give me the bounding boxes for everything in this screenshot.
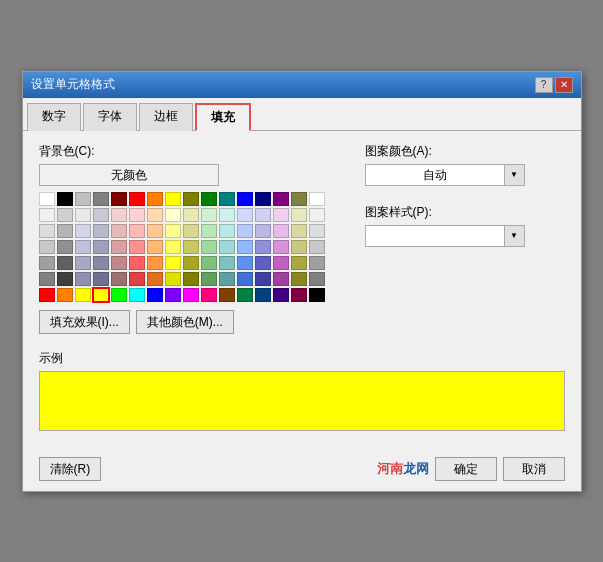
color-cell[interactable] [93, 240, 109, 254]
color-cell[interactable] [237, 272, 253, 286]
color-cell[interactable] [291, 208, 307, 222]
color-cell[interactable] [165, 272, 181, 286]
color-cell[interactable] [309, 256, 325, 270]
color-cell[interactable] [237, 208, 253, 222]
color-cell[interactable] [129, 192, 145, 206]
color-cell[interactable] [111, 224, 127, 238]
color-cell[interactable] [57, 256, 73, 270]
color-cell[interactable] [93, 208, 109, 222]
color-cell[interactable] [219, 224, 235, 238]
color-cell[interactable] [201, 208, 217, 222]
color-cell[interactable] [255, 224, 271, 238]
fill-effect-button[interactable]: 填充效果(I)... [39, 310, 130, 334]
color-cell[interactable] [291, 192, 307, 206]
color-cell[interactable] [111, 288, 127, 302]
color-cell[interactable] [39, 224, 55, 238]
color-cell[interactable] [273, 224, 289, 238]
color-cell[interactable] [291, 256, 307, 270]
color-cell[interactable] [219, 288, 235, 302]
color-cell[interactable] [39, 192, 55, 206]
color-cell[interactable] [201, 240, 217, 254]
color-cell[interactable] [237, 240, 253, 254]
color-cell[interactable] [39, 272, 55, 286]
color-cell[interactable] [93, 272, 109, 286]
color-cell[interactable] [39, 288, 55, 302]
color-cell[interactable] [291, 272, 307, 286]
tab-number[interactable]: 数字 [27, 103, 81, 131]
color-cell[interactable] [93, 224, 109, 238]
color-cell[interactable] [273, 208, 289, 222]
color-cell[interactable] [309, 192, 325, 206]
color-cell[interactable] [255, 208, 271, 222]
color-cell[interactable] [291, 288, 307, 302]
color-cell[interactable] [129, 224, 145, 238]
color-cell[interactable] [255, 288, 271, 302]
color-cell[interactable] [237, 224, 253, 238]
color-cell[interactable] [237, 288, 253, 302]
close-button[interactable]: ✕ [555, 77, 573, 93]
pattern-color-input[interactable]: 自动 [365, 164, 505, 186]
tab-border[interactable]: 边框 [139, 103, 193, 131]
color-cell[interactable] [75, 224, 91, 238]
color-cell[interactable] [237, 192, 253, 206]
color-cell[interactable] [93, 288, 109, 302]
color-cell[interactable] [291, 224, 307, 238]
color-cell[interactable] [165, 256, 181, 270]
color-cell[interactable] [111, 272, 127, 286]
color-cell[interactable] [273, 240, 289, 254]
color-cell[interactable] [219, 272, 235, 286]
color-cell[interactable] [237, 256, 253, 270]
color-cell[interactable] [309, 224, 325, 238]
color-cell[interactable] [147, 288, 163, 302]
color-cell[interactable] [75, 208, 91, 222]
color-cell[interactable] [165, 208, 181, 222]
color-cell[interactable] [201, 224, 217, 238]
color-cell[interactable] [57, 240, 73, 254]
color-cell[interactable] [219, 192, 235, 206]
color-cell[interactable] [219, 208, 235, 222]
color-cell[interactable] [255, 192, 271, 206]
color-cell[interactable] [93, 192, 109, 206]
color-cell[interactable] [129, 256, 145, 270]
color-cell[interactable] [183, 272, 199, 286]
color-cell[interactable] [219, 256, 235, 270]
color-cell[interactable] [255, 240, 271, 254]
color-cell[interactable] [273, 288, 289, 302]
color-cell[interactable] [273, 256, 289, 270]
other-colors-button[interactable]: 其他颜色(M)... [136, 310, 234, 334]
color-cell[interactable] [201, 256, 217, 270]
cancel-button[interactable]: 取消 [503, 457, 565, 481]
color-cell[interactable] [201, 288, 217, 302]
color-cell[interactable] [75, 256, 91, 270]
color-cell[interactable] [273, 192, 289, 206]
color-cell[interactable] [291, 240, 307, 254]
color-cell[interactable] [273, 272, 289, 286]
color-cell[interactable] [57, 224, 73, 238]
color-cell[interactable] [39, 256, 55, 270]
color-cell[interactable] [57, 208, 73, 222]
color-cell[interactable] [309, 272, 325, 286]
color-cell[interactable] [111, 240, 127, 254]
pattern-color-arrow[interactable]: ▼ [505, 164, 525, 186]
color-cell[interactable] [147, 272, 163, 286]
color-cell[interactable] [165, 240, 181, 254]
color-cell[interactable] [129, 288, 145, 302]
color-cell[interactable] [39, 208, 55, 222]
color-cell[interactable] [57, 272, 73, 286]
color-cell[interactable] [309, 240, 325, 254]
color-cell[interactable] [255, 256, 271, 270]
color-cell[interactable] [183, 256, 199, 270]
color-cell[interactable] [75, 192, 91, 206]
color-cell[interactable] [219, 240, 235, 254]
color-cell[interactable] [39, 240, 55, 254]
color-cell[interactable] [129, 208, 145, 222]
color-cell[interactable] [309, 208, 325, 222]
color-cell[interactable] [183, 224, 199, 238]
color-cell[interactable] [111, 192, 127, 206]
color-cell[interactable] [165, 288, 181, 302]
color-cell[interactable] [201, 272, 217, 286]
color-cell[interactable] [165, 224, 181, 238]
ok-button[interactable]: 确定 [435, 457, 497, 481]
color-cell[interactable] [147, 192, 163, 206]
color-cell[interactable] [75, 288, 91, 302]
